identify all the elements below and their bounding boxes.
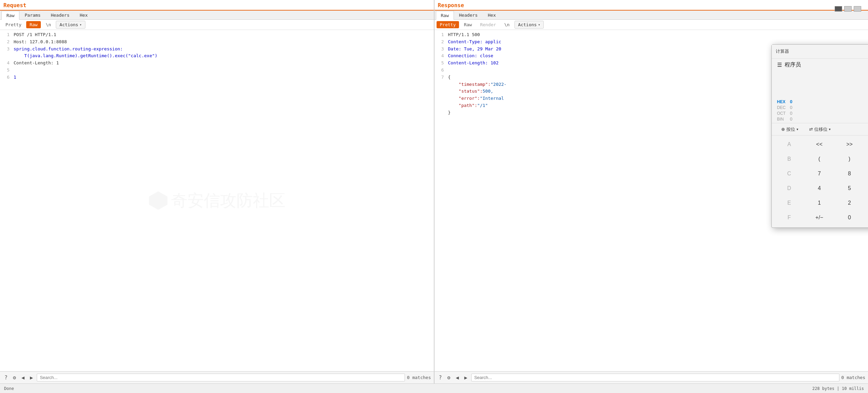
calc-btn-5[interactable]: 5 — [835, 181, 865, 195]
calc-btn-6[interactable]: 6 — [865, 181, 868, 195]
code-line-2: 2 Host: 127.0.0.1:8088 — [0, 38, 434, 46]
sub-tab-raw-request[interactable]: Raw — [26, 21, 41, 28]
actions-button-response[interactable]: Actions ▾ — [514, 21, 544, 29]
bitshift-icon: ⇄ — [809, 127, 813, 132]
sub-tab-raw-response[interactable]: Raw — [460, 21, 475, 28]
calc-btn-A[interactable]: A — [774, 137, 804, 152]
calc-btn-D[interactable]: D — [774, 181, 804, 195]
gear-icon-response[interactable]: ⚙ — [446, 374, 452, 381]
request-search-bar: ? ⚙ ◀ ▶ 0 matches — [0, 371, 434, 383]
calc-bin-row: BIN 0 — [777, 116, 868, 122]
bitshift-btn[interactable]: ⇄ 位移位 ▾ — [805, 125, 835, 134]
code-line-1: 1 POST /1 HTTP/1.1 — [0, 31, 434, 38]
calc-btn-E[interactable]: E — [774, 196, 804, 210]
calc-btn-rparen[interactable]: ) — [835, 152, 865, 166]
tab-headers-request[interactable]: Headers — [46, 11, 75, 19]
split-view-btn[interactable] — [854, 6, 861, 12]
calc-btn-0[interactable]: 0 — [835, 210, 865, 225]
calc-app-name: 计算器 — [776, 48, 789, 54]
calc-extra-row: ⊕ 按位 ▾ ⇄ 位移位 ▾ QWORD MS — [772, 123, 868, 136]
bitwise-btn[interactable]: ⊕ 按位 ▾ — [777, 125, 802, 134]
calc-btn-2[interactable]: 2 — [835, 196, 865, 210]
sub-tab-newline-request[interactable]: \n — [42, 21, 54, 28]
calc-hex-row: HEX 0 — [777, 99, 868, 104]
calc-btn-clear[interactable]: C — [865, 137, 868, 152]
help-icon-request[interactable]: ? — [3, 374, 9, 381]
response-pane: Response Raw Headers Hex Pretty Raw Rend… — [435, 0, 868, 383]
bitwise-icon: ⊕ — [781, 127, 785, 132]
response-search-bar: ? ⚙ ◀ ▶ 0 matches — [435, 371, 868, 383]
main-layout: Request Raw Params Headers Hex Pretty Ra… — [0, 0, 868, 383]
calc-display: 0 — [777, 77, 868, 96]
hex-label[interactable]: HEX — [777, 99, 787, 104]
request-title: Request — [0, 0, 434, 11]
sub-tab-newline-response[interactable]: \n — [501, 21, 513, 28]
code-line-5: 5 — [0, 67, 434, 74]
matches-label-request: 0 matches — [407, 375, 431, 380]
tab-hex-response[interactable]: Hex — [483, 11, 501, 19]
arrow-left-response[interactable]: ◀ — [454, 374, 461, 381]
calc-grid: A << >> C ⌫ B ( ) % ÷ C 7 8 9 × D 4 5 — [772, 136, 868, 227]
tiled-view-btn[interactable] — [835, 6, 842, 12]
calc-btn-4[interactable]: 4 — [804, 181, 834, 195]
request-pane: Request Raw Params Headers Hex Pretty Ra… — [0, 0, 435, 383]
calc-btn-percent[interactable]: % — [865, 152, 868, 166]
calc-header: ☰ 程序员 记忆 — [772, 59, 868, 68]
calc-btn-placeholder — [865, 210, 868, 225]
search-input-request[interactable] — [37, 374, 405, 381]
arrow-right-response[interactable]: ▶ — [463, 374, 469, 381]
calc-btn-lshift[interactable]: << — [804, 137, 834, 152]
calc-btn-negate[interactable]: +/− — [804, 210, 834, 225]
status-bar: Done 228 bytes | 10 millis — [0, 383, 868, 393]
search-input-response[interactable] — [471, 374, 839, 381]
sub-tab-pretty-response[interactable]: Pretty — [437, 21, 459, 28]
dec-label[interactable]: DEC — [777, 105, 787, 110]
calc-dec-row: DEC 0 — [777, 105, 868, 110]
tab-raw-request[interactable]: Raw — [1, 11, 19, 20]
code-line-4: 4 Content-Length: 1 — [0, 60, 434, 67]
calc-btn-B[interactable]: B — [774, 152, 804, 166]
response-sub-bar: Pretty Raw Render \n Actions ▾ — [435, 20, 868, 30]
tab-headers-response[interactable]: Headers — [454, 11, 483, 19]
code-line-3: 3 spring.cloud.function.routing-expressi… — [0, 46, 434, 53]
code-line-6: 6 1 — [0, 74, 434, 81]
calc-btn-F[interactable]: F — [774, 210, 804, 225]
calc-btn-7[interactable]: 7 — [804, 167, 834, 181]
calc-btn-9[interactable]: 9 — [865, 167, 868, 181]
arrow-left-request[interactable]: ◀ — [20, 374, 26, 381]
tab-hex-request[interactable]: Hex — [75, 11, 93, 19]
chevron-bitshift: ▾ — [829, 127, 831, 131]
calc-mode: ☰ 程序员 — [777, 61, 801, 68]
watermark: 奇安信攻防社区 — [148, 190, 285, 211]
request-tab-bar: Raw Params Headers Hex — [0, 11, 434, 20]
tab-params[interactable]: Params — [19, 11, 46, 19]
oct-label[interactable]: OCT — [777, 111, 787, 116]
actions-button-request[interactable]: Actions ▾ — [56, 21, 85, 29]
sub-tab-render-response[interactable]: Render — [477, 21, 499, 28]
gear-icon-request[interactable]: ⚙ — [11, 374, 18, 381]
calc-display-area: 0 — [772, 76, 868, 98]
help-icon-response[interactable]: ? — [437, 374, 444, 381]
window-controls[interactable] — [835, 6, 861, 12]
calc-oct-row: OCT 0 — [777, 111, 868, 116]
calc-btn-rshift[interactable]: >> — [835, 137, 865, 152]
tab-raw-response[interactable]: Raw — [436, 11, 454, 20]
calc-btn-lparen[interactable]: ( — [804, 152, 834, 166]
calc-btn-C[interactable]: C — [774, 167, 804, 181]
matches-label-response: 0 matches — [841, 375, 865, 380]
calc-base-display: HEX 0 DEC 0 OCT 0 BIN 0 — [772, 98, 868, 123]
calc-memory-status: 存储器中未保存数据 — [772, 68, 868, 76]
chevron-bitwise: ▾ — [797, 127, 798, 131]
single-view-btn[interactable] — [844, 6, 852, 12]
calc-btn-1[interactable]: 1 — [804, 196, 834, 210]
qword-btn[interactable]: QWORD — [863, 125, 868, 134]
resp-line-1: 1 HTTP/1.1 500 — [435, 31, 868, 38]
arrow-right-request[interactable]: ▶ — [28, 374, 35, 381]
calc-btn-8[interactable]: 8 — [835, 167, 865, 181]
sub-tab-pretty-request[interactable]: Pretty — [2, 21, 25, 28]
hamburger-icon[interactable]: ☰ — [777, 62, 782, 68]
bin-label[interactable]: BIN — [777, 117, 787, 122]
chevron-down-icon: ▾ — [80, 23, 82, 27]
calc-btn-3[interactable]: 3 — [865, 196, 868, 210]
chevron-down-icon-response: ▾ — [538, 23, 540, 27]
